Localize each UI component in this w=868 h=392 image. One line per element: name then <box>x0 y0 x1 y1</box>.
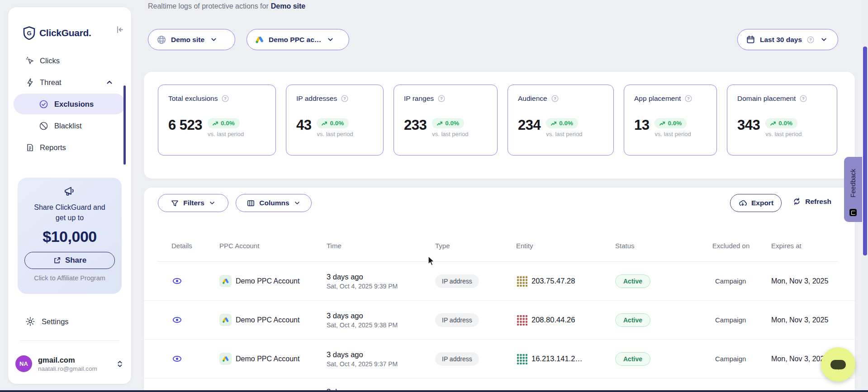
trend-badge: 0.0% <box>208 118 240 128</box>
stat-label: App placement <box>634 94 681 103</box>
help-icon[interactable]: ? <box>799 94 807 103</box>
feedback-chat-icon <box>849 209 857 216</box>
sidebar-item-threat[interactable]: Threat <box>8 72 131 93</box>
columns-button[interactable]: Columns <box>236 194 312 212</box>
svg-text:?: ? <box>554 96 556 101</box>
ppc-account-label: Demo PPC ac… <box>269 36 321 44</box>
user-email: naatali.ro@gmail.com <box>38 365 116 372</box>
entity-value: 16.213.141.2… <box>531 354 583 363</box>
google-ads-icon <box>219 275 232 287</box>
page-scrollbar-thumb[interactable] <box>863 47 867 255</box>
col-header-entity: Entity <box>512 241 611 250</box>
refresh-icon <box>792 197 801 206</box>
ppc-account-name: Demo PPC Account <box>236 316 299 324</box>
sidebar-nav: Clicks Threat Exclusions <box>8 49 131 159</box>
sidebar-scrollbar-thumb[interactable] <box>123 85 126 165</box>
sidebar-item-blacklist[interactable]: Blacklist <box>8 115 131 136</box>
stat-card-ip-addresses: IP addresses? 43 0.0% vs. last period <box>286 85 384 156</box>
cloud-download-icon <box>738 198 747 208</box>
help-icon[interactable]: ? <box>551 94 559 103</box>
chevron-down-icon <box>210 36 218 43</box>
ppc-account-cell: Demo PPC Account <box>215 275 322 287</box>
app-title: ClickGuard. <box>39 28 91 38</box>
col-header-status: Status <box>611 241 711 250</box>
columns-icon <box>247 199 255 208</box>
promo-amount: $10,000 <box>43 228 96 246</box>
stat-value: 233 <box>404 118 427 132</box>
details-eye-icon[interactable] <box>172 354 215 364</box>
export-button[interactable]: Export <box>730 194 782 212</box>
status-badge: Active <box>615 274 650 288</box>
external-link-icon <box>53 256 61 264</box>
google-ads-icon <box>219 314 232 326</box>
ppc-account-name: Demo PPC Account <box>236 355 299 363</box>
check-badge-icon <box>39 99 48 109</box>
stat-compare: vs. last period <box>546 131 582 137</box>
refresh-button[interactable]: Refresh <box>792 197 831 206</box>
user-name: gmail.com <box>38 356 116 364</box>
entity-cell: 16.213.141.2… <box>512 353 611 364</box>
megaphone-icon <box>63 185 76 198</box>
stat-label: IP addresses <box>296 94 337 103</box>
time-relative: 3 days ago <box>327 273 431 281</box>
stat-label: IP ranges <box>404 94 434 103</box>
col-header-details: Details <box>158 241 215 250</box>
account-switcher[interactable]: NA gmail.com naatali.ro@gmail.com <box>15 355 124 372</box>
entity-cell: 203.75.47.28 <box>512 275 611 287</box>
svg-text:?: ? <box>224 96 227 101</box>
time-relative: 3 days ago <box>327 350 431 359</box>
table-row: Demo PPC Account 3 days ago Sat, Oct 4, … <box>144 262 855 301</box>
share-button[interactable]: Share <box>24 252 115 269</box>
ppc-account-selector[interactable]: Demo PPC ac… <box>247 29 349 50</box>
chevron-down-icon <box>820 36 828 43</box>
sidebar-item-settings[interactable]: Settings <box>25 316 69 326</box>
time-cell: 3 days ago Sat, Oct 4, 2025 9:39 PM <box>322 273 431 290</box>
clickguard-shield-icon: G <box>23 26 35 40</box>
page-scrollbar-track[interactable] <box>862 0 868 392</box>
stat-card-audience: Audience? 234 0.0% vs. last period <box>508 85 614 156</box>
sidebar-item-label: Threat <box>40 78 62 87</box>
stat-label: Domain placement <box>737 94 796 103</box>
help-icon[interactable]: ? <box>341 94 349 103</box>
time-exact: Sat, Oct 4, 2025 9:38 PM <box>327 321 431 329</box>
trend-up-icon <box>322 121 327 126</box>
subtitle-site-name: Demo site <box>271 2 305 10</box>
ppc-account-cell: Demo PPC Account <box>215 353 322 365</box>
chevron-up-icon[interactable] <box>105 78 114 86</box>
date-range-selector[interactable]: Last 30 days ? <box>737 29 838 50</box>
stats-panel: Total exclusions? 6 523 0.0% vs. last pe… <box>144 72 855 179</box>
affiliate-promo-card[interactable]: Share ClickGuard and get up to $10,000 S… <box>18 178 122 294</box>
calendar-icon <box>746 35 755 44</box>
type-badge: IP address <box>435 274 479 288</box>
trend-badge: 0.0% <box>655 118 687 128</box>
entity-value: 203.75.47.28 <box>531 277 575 285</box>
entity-identicon <box>516 353 527 364</box>
svg-text:?: ? <box>343 96 346 101</box>
help-icon[interactable]: ? <box>221 94 229 103</box>
chat-widget-button[interactable] <box>821 347 855 382</box>
sidebar-item-exclusions[interactable]: Exclusions <box>14 94 126 114</box>
trend-up-icon <box>770 121 776 126</box>
details-eye-icon[interactable] <box>172 276 215 286</box>
sidebar-collapse-icon[interactable] <box>115 25 125 34</box>
svg-text:?: ? <box>809 38 812 42</box>
sidebar-item-clicks[interactable]: Clicks <box>8 50 131 71</box>
sidebar-item-label: Reports <box>40 143 66 152</box>
help-icon[interactable]: ? <box>437 94 446 103</box>
cursor-click-icon <box>25 56 35 66</box>
site-selector[interactable]: Demo site <box>148 29 235 50</box>
feedback-tab[interactable]: Feedback <box>844 157 862 222</box>
filters-button[interactable]: Filters <box>158 194 228 212</box>
time-exact: Sat, Oct 4, 2025 9:37 PM <box>327 360 431 368</box>
help-icon[interactable]: ? <box>684 94 693 103</box>
table-body: Demo PPC Account 3 days ago Sat, Oct 4, … <box>144 262 855 392</box>
settings-label: Settings <box>42 317 69 326</box>
trend-up-icon <box>551 121 557 126</box>
type-badge: IP address <box>435 313 479 327</box>
date-range-label: Last 30 days <box>760 36 802 44</box>
details-eye-icon[interactable] <box>172 315 215 325</box>
logo: G ClickGuard. <box>23 26 91 40</box>
table-header: Details PPC Account Time Type Entity Sta… <box>144 234 855 258</box>
sidebar-item-reports[interactable]: Reports <box>8 137 131 158</box>
entity-identicon <box>516 275 527 287</box>
